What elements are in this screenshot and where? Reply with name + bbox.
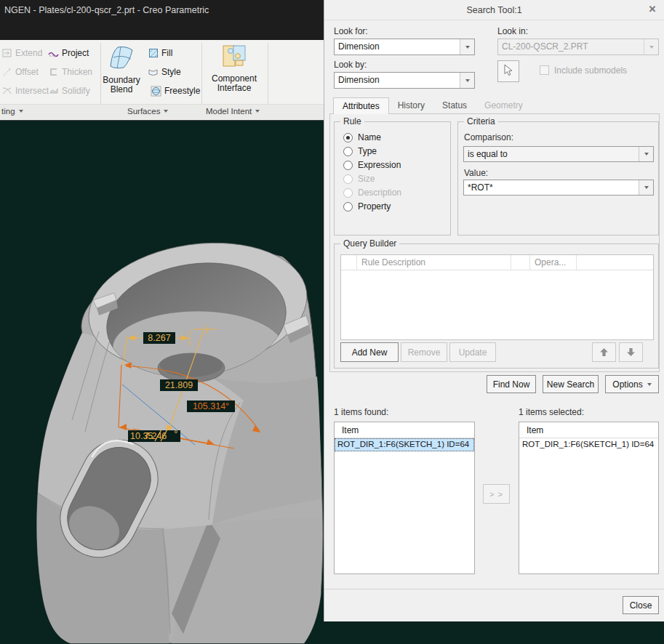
chevron-down-icon[interactable]	[460, 39, 474, 55]
query-builder-table[interactable]: Rule Description Opera...	[340, 254, 654, 340]
chevron-down-icon[interactable]	[639, 180, 653, 195]
dialog-titlebar: Search Tool:1 ✕	[324, 0, 664, 20]
radio-expression[interactable]: Expression	[343, 160, 401, 170]
selected-items-list[interactable]: Item ROT_DIR_1:F6(SKETCH_1) ID=64	[519, 422, 659, 574]
project-button[interactable]: Project	[48, 47, 89, 60]
component-interface-button[interactable]: Component Interface	[212, 44, 257, 93]
search-tabs: Attributes History Status Geometry	[333, 97, 532, 114]
intersect-icon	[1, 86, 12, 97]
dim-label-length[interactable]: 21.809	[165, 380, 193, 390]
application-root: NGEN - Plates/cl-200-qscr_2.prt - Creo P…	[0, 0, 664, 644]
move-down-button	[619, 342, 643, 362]
look-for-select[interactable]: Dimension	[334, 39, 475, 55]
radio-description: Description	[343, 188, 401, 198]
criteria-groupbox: Criteria Comparison: is equal to Value: …	[457, 121, 659, 236]
freestyle-icon	[151, 86, 161, 97]
project-icon	[48, 48, 59, 59]
chevron-down-icon[interactable]	[460, 73, 474, 88]
selected-list-header: Item	[519, 422, 658, 438]
include-submodels-checkbox	[540, 65, 549, 75]
extend-icon	[1, 48, 12, 59]
find-now-button[interactable]: Find Now	[487, 375, 536, 393]
offset-icon	[1, 67, 12, 78]
arrow-down-icon	[626, 347, 636, 357]
found-items-list[interactable]: Item ROT_DIR_1:F6(SKETCH_1) ID=64	[334, 422, 475, 574]
radio-size: Size	[343, 174, 375, 184]
arrow-up-icon	[599, 347, 609, 357]
radio-property[interactable]: Property	[343, 201, 391, 212]
thicken-button: Thicken	[48, 65, 92, 79]
tab-geometry: Geometry	[476, 97, 532, 114]
column-rule-description: Rule Description	[357, 255, 511, 270]
radio-icon	[343, 174, 353, 184]
intersect-button: Intersect	[1, 84, 49, 97]
ribbon-divider	[268, 43, 268, 104]
boundary-blend-icon	[99, 44, 144, 73]
component-interface-icon	[212, 44, 257, 71]
ribbon-group-strip: ting Surfaces Model Intent	[0, 104, 324, 119]
fill-icon	[148, 48, 159, 59]
chevron-down-icon[interactable]	[639, 147, 653, 161]
query-builder-groupbox: Query Builder Rule Description Opera... …	[334, 243, 659, 369]
look-by-select[interactable]: Dimension	[334, 72, 475, 89]
group-model-intent[interactable]: Model Intent	[206, 107, 260, 116]
chevron-down-icon	[19, 110, 23, 113]
radio-type[interactable]: Type	[343, 146, 377, 156]
move-up-button	[592, 342, 616, 362]
dim-label-width[interactable]: 8.267	[148, 333, 170, 343]
found-list-header: Item	[335, 422, 474, 438]
freestyle-button[interactable]: Freestyle	[151, 84, 200, 97]
chevron-down-icon	[255, 110, 260, 113]
dialog-title: Search Tool:1	[324, 5, 664, 15]
offset-button: Offset	[1, 65, 39, 79]
look-in-select: CL-200-QSCR_2.PRT	[497, 39, 659, 55]
tab-history[interactable]: History	[389, 97, 433, 114]
solidify-icon	[48, 86, 59, 97]
items-selected-label: 1 items selected:	[519, 407, 584, 417]
window-titlebar: NGEN - Plates/cl-200-qscr_2.prt - Creo P…	[0, 0, 324, 40]
radio-icon	[343, 188, 353, 198]
cursor-arrow-icon	[503, 64, 513, 79]
new-search-button[interactable]: New Search	[543, 375, 599, 393]
dim-label-angle[interactable]: 105.314°	[193, 401, 229, 411]
options-button[interactable]: Options	[605, 375, 659, 393]
chevron-down-icon	[164, 110, 168, 113]
found-list-item[interactable]: ROT_DIR_1:F6(SKETCH_1) ID=64	[335, 438, 474, 451]
comparison-select[interactable]: is equal to	[463, 146, 654, 162]
thicken-icon	[48, 67, 59, 78]
close-button[interactable]: Close	[623, 596, 659, 614]
3d-viewport[interactable]: 8.267 21.809 105.314° 10.35 7.246	[0, 121, 324, 644]
transfer-button: > >	[483, 484, 510, 504]
value-input[interactable]: *ROT*	[463, 180, 654, 196]
include-submodels-label: Include submodels	[554, 65, 627, 76]
radio-icon	[343, 133, 353, 142]
look-by-label: Look by:	[334, 60, 367, 70]
group-surfaces[interactable]: Surfaces	[127, 107, 168, 116]
rule-groupbox: Rule Name Type Expression Size Descripti…	[334, 121, 451, 236]
style-icon	[148, 67, 159, 78]
ribbon-divider	[201, 43, 202, 104]
update-button: Update	[449, 342, 496, 362]
chevron-down-icon	[647, 383, 652, 386]
fill-button[interactable]: Fill	[148, 47, 172, 60]
radio-name[interactable]: Name	[343, 132, 381, 142]
tab-attributes[interactable]: Attributes	[333, 97, 389, 114]
style-button[interactable]: Style	[148, 65, 181, 79]
select-items-button[interactable]	[497, 60, 519, 82]
selected-list-item[interactable]: ROT_DIR_1:F6(SKETCH_1) ID=64	[519, 438, 658, 451]
close-icon[interactable]: ✕	[647, 4, 658, 15]
look-for-label: Look for:	[334, 26, 368, 36]
group-editing[interactable]: ting	[1, 107, 23, 116]
boundary-blend-button[interactable]: Boundary Blend	[99, 44, 144, 94]
add-new-button[interactable]: Add New	[340, 342, 399, 362]
ribbon: Extend Offset Intersect Project Thicken …	[0, 40, 324, 121]
comparison-label: Comparison:	[464, 132, 513, 142]
chevron-down-icon	[644, 39, 658, 55]
radio-icon	[343, 147, 353, 156]
radio-icon	[343, 202, 353, 212]
items-found-label: 1 items found:	[334, 407, 388, 417]
solidify-button: Solidify	[48, 84, 90, 97]
remove-button: Remove	[401, 342, 447, 362]
tab-status[interactable]: Status	[433, 97, 476, 114]
search-tool-dialog: Search Tool:1 ✕ Look for: Dimension Look…	[324, 0, 664, 621]
